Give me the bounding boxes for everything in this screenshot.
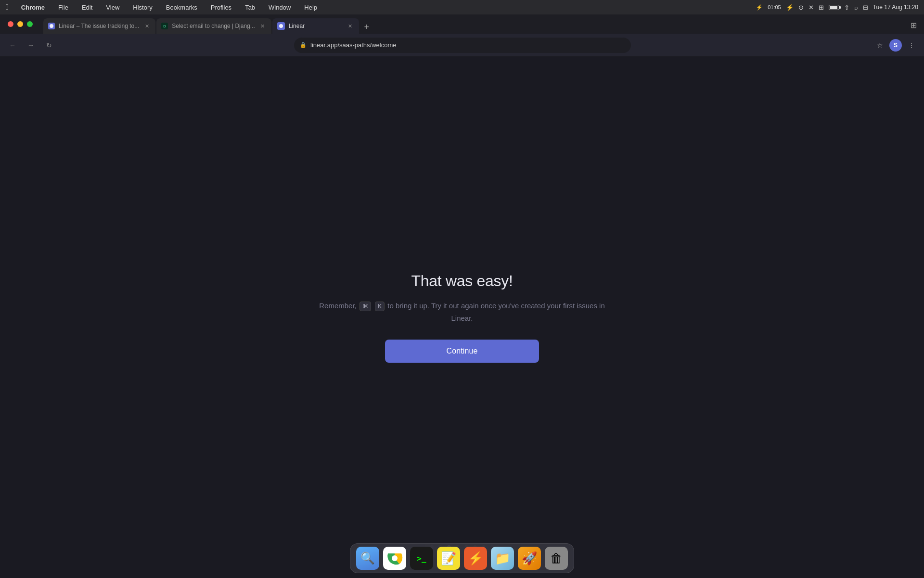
menubar-view[interactable]: View — [103, 3, 122, 12]
tab-title-django: Select email to change | Djang... — [172, 23, 255, 29]
reload-button[interactable]: ↻ — [42, 39, 56, 52]
dock-chrome[interactable] — [383, 547, 406, 570]
cast-icon: ⊙ — [798, 4, 804, 11]
menubar-edit[interactable]: Edit — [79, 3, 95, 12]
chrome-menu-icon[interactable]: ⋮ — [905, 39, 918, 52]
dock: 🔍 >_ 📝 — [350, 543, 574, 573]
menubar-tab[interactable]: Tab — [242, 3, 258, 12]
apple-menu[interactable]:  — [6, 3, 9, 12]
kbd-cmd: ⌘ — [359, 302, 371, 311]
menubar-history[interactable]: History — [130, 3, 155, 12]
tab-title-linear-tracking: Linear – The issue tracking to... — [59, 23, 139, 29]
control-icon: ⊞ — [819, 4, 824, 11]
tab-favicon-linear-active — [277, 22, 285, 30]
toolbar-right: ☆ S ⋮ — [873, 39, 918, 52]
tab-bar: Linear – The issue tracking to... ✕ D Se… — [0, 14, 924, 34]
new-tab-button[interactable]: + — [360, 20, 373, 34]
datetime: Tue 17 Aug 13:20 — [873, 4, 918, 11]
dock-transmit[interactable]: 🚀 — [518, 547, 541, 570]
svg-point-1 — [279, 24, 283, 28]
tab-close-1[interactable]: ✕ — [143, 22, 151, 30]
svg-point-0 — [50, 24, 53, 28]
dock-terminal[interactable]: >_ — [410, 547, 433, 570]
tab-controls-right: ⊞ — [907, 18, 920, 34]
menubar:  Chrome File Edit View History Bookmark… — [0, 0, 924, 14]
dock-finder[interactable]: 🔍 — [356, 547, 379, 570]
tab-close-3[interactable]: ✕ — [346, 22, 354, 30]
menubar-window[interactable]: Window — [266, 3, 294, 12]
sub-text: Remember, ⌘ K to bring it up. Try it out… — [318, 300, 606, 324]
forward-button[interactable]: → — [24, 39, 38, 52]
tab-linear-tracking[interactable]: Linear – The issue tracking to... ✕ — [43, 18, 155, 34]
audio-icon: ✕ — [808, 4, 814, 11]
bolt-icon: ⚡ — [786, 4, 794, 11]
battery-time: 01:05 — [768, 4, 781, 10]
traffic-lights — [4, 21, 37, 27]
search-icon[interactable]: ⌕ — [854, 4, 858, 11]
url-text: linear.app/saas-paths/welcome — [310, 41, 625, 49]
menubar-file[interactable]: File — [55, 3, 71, 12]
browser-window: Linear – The issue tracking to... ✕ D Se… — [0, 14, 924, 578]
dock-files[interactable]: 📁 — [491, 547, 514, 570]
minimize-button[interactable] — [17, 21, 23, 27]
dock-trash[interactable]: 🗑 — [545, 547, 568, 570]
center-card: That was easy! Remember, ⌘ K to bring it… — [318, 272, 606, 363]
dock-reeder[interactable]: ⚡ — [464, 547, 487, 570]
tab-title-linear-active: Linear — [289, 23, 343, 29]
tab-favicon-django: D — [161, 23, 168, 29]
menubar-right: ⚡ 01:05 ⚡ ⊙ ✕ ⊞ ⇧ ⌕ ⊟ Tue 17 Aug 13:20 — [756, 4, 918, 11]
bookmark-icon[interactable]: ☆ — [873, 39, 886, 52]
content-area: That was easy! Remember, ⌘ K to bring it… — [0, 57, 924, 578]
profile-avatar[interactable]: S — [889, 39, 902, 52]
tab-close-2[interactable]: ✕ — [259, 22, 267, 30]
svg-point-4 — [392, 555, 398, 561]
tab-menu-icon[interactable]: ⊞ — [907, 18, 920, 32]
battery-icon — [829, 5, 839, 10]
menubar-chrome[interactable]: Chrome — [18, 3, 48, 12]
url-bar[interactable]: 🔒 linear.app/saas-paths/welcome — [294, 38, 631, 53]
menubar-help[interactable]: Help — [301, 3, 320, 12]
main-heading: That was easy! — [411, 272, 513, 290]
dock-notes[interactable]: 📝 — [437, 547, 460, 570]
tab-favicon-linear-tracking — [48, 23, 55, 29]
continue-button[interactable]: Continue — [385, 340, 539, 363]
lock-icon: 🔒 — [300, 42, 307, 48]
wifi-icon: ⇧ — [844, 4, 849, 11]
close-button[interactable] — [8, 21, 13, 27]
tab-linear-active[interactable]: Linear ✕ — [272, 18, 359, 34]
tab-django[interactable]: D Select email to change | Djang... ✕ — [156, 18, 271, 34]
kbd-k: K — [375, 302, 385, 311]
maximize-button[interactable] — [27, 21, 33, 27]
toolbar: ← → ↻ 🔒 linear.app/saas-paths/welcome ☆ … — [0, 34, 924, 57]
battery-time-icon: ⚡ — [756, 4, 763, 11]
back-button[interactable]: ← — [6, 39, 19, 52]
menubar-bookmarks[interactable]: Bookmarks — [163, 3, 200, 12]
notification-icon: ⊟ — [863, 4, 868, 11]
menubar-profiles[interactable]: Profiles — [208, 3, 234, 12]
